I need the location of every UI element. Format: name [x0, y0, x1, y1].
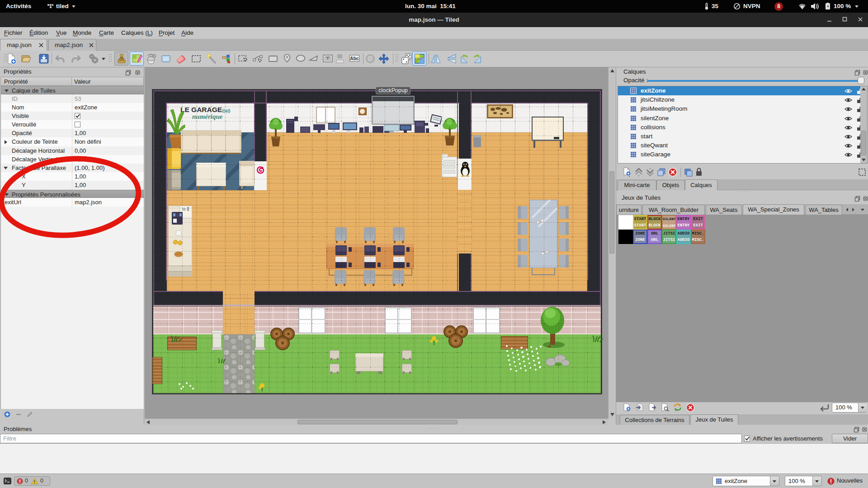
svg-text:Abc: Abc: [350, 56, 359, 61]
